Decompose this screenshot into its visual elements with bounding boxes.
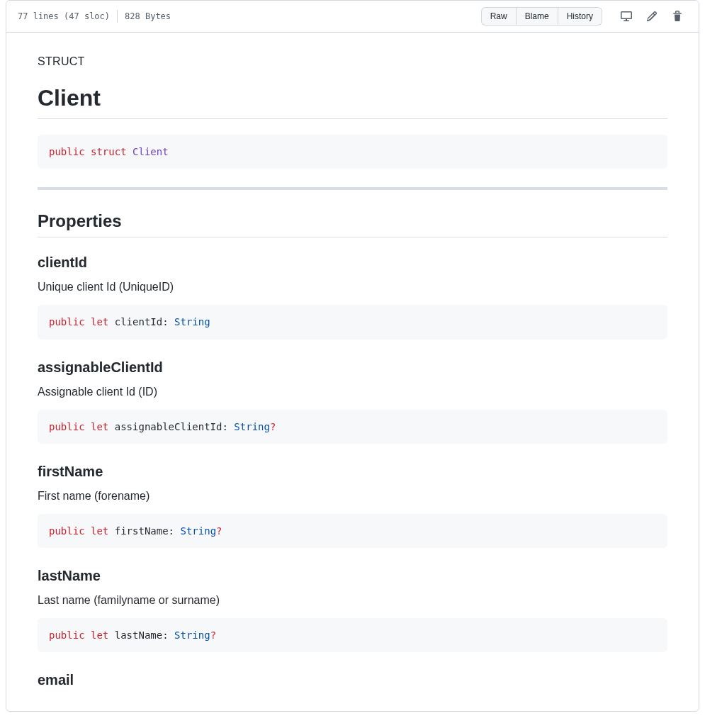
file-size: 828 Bytes: [125, 11, 171, 21]
property-description: Unique client Id (UniqueID): [38, 281, 667, 293]
type-name: Client: [132, 146, 169, 157]
property-description: First name (forename): [38, 490, 667, 503]
property-block: lastName Last name (familyname or surnam…: [38, 568, 667, 652]
readme-content: STRUCT Client public struct Client Prope…: [6, 33, 699, 711]
property-block: email: [38, 672, 667, 688]
property-block: firstName First name (forename) public l…: [38, 464, 667, 548]
property-codeblock: public let firstName: String?: [38, 514, 667, 548]
section-divider: [38, 187, 667, 190]
property-codeblock: public let assignableClientId: String?: [38, 410, 667, 444]
property-block: clientId Unique client Id (UniqueID) pub…: [38, 254, 667, 339]
kicker-label: STRUCT: [38, 55, 667, 68]
keyword-struct: struct: [91, 146, 127, 157]
property-codeblock: public let clientId: String: [38, 305, 667, 339]
desktop-icon[interactable]: [616, 6, 636, 26]
section-properties: Properties: [38, 211, 667, 237]
raw-blame-history-group: Raw Blame History: [481, 7, 602, 26]
property-block: assignableClientId Assignable client Id …: [38, 359, 667, 444]
property-codeblock: public let lastName: String?: [38, 618, 667, 652]
blame-button[interactable]: Blame: [517, 7, 558, 26]
property-name: firstName: [38, 464, 667, 480]
property-description: Assignable client Id (ID): [38, 386, 667, 398]
pencil-icon[interactable]: [642, 6, 662, 26]
property-name: clientId: [38, 254, 667, 271]
history-button[interactable]: History: [558, 7, 602, 26]
property-name: email: [38, 672, 667, 688]
trash-icon[interactable]: [667, 6, 687, 26]
page-title: Client: [38, 85, 667, 119]
keyword-public: public: [49, 146, 85, 157]
property-description: Last name (familyname or surname): [38, 594, 667, 607]
file-info-divider: [117, 10, 118, 23]
file-info: 77 lines (47 sloc) 828 Bytes: [18, 10, 171, 23]
property-name: lastName: [38, 568, 667, 584]
raw-button[interactable]: Raw: [481, 7, 517, 26]
file-lines-sloc: 77 lines (47 sloc): [18, 11, 110, 21]
file-actions: Raw Blame History: [481, 6, 687, 26]
declaration-codeblock: public struct Client: [38, 135, 667, 169]
property-name: assignableClientId: [38, 359, 667, 376]
file-header: 77 lines (47 sloc) 828 Bytes Raw Blame H…: [6, 1, 699, 33]
file-box: 77 lines (47 sloc) 828 Bytes Raw Blame H…: [6, 0, 699, 712]
